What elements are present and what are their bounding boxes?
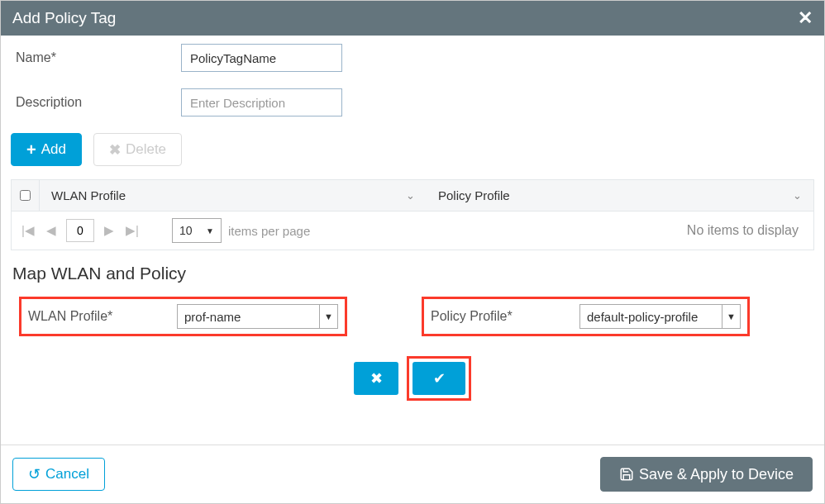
modal-body: Name* Description + Add ✖ Delete [1, 36, 824, 445]
chevron-down-icon: ⌄ [406, 189, 415, 202]
wlan-profile-value: prof-name [178, 310, 319, 324]
select-all-checkbox[interactable] [20, 190, 31, 201]
delete-button[interactable]: ✖ Delete [93, 133, 182, 166]
wlan-profile-select[interactable]: prof-name ▼ [177, 304, 338, 329]
policy-profile-label: Policy Profile* [431, 309, 579, 324]
name-label: Name* [16, 50, 181, 65]
x-icon: ✖ [370, 369, 383, 388]
map-action-buttons: ✖ ✔ [1, 345, 824, 417]
page-number-input[interactable] [66, 219, 94, 242]
map-confirm-highlight: ✔ [407, 356, 471, 401]
delete-button-label: Delete [126, 141, 166, 158]
policy-profile-field: Policy Profile* default-policy-profile ▼ [422, 297, 750, 336]
ipp-value: 10 [179, 224, 193, 237]
col-wlan-profile[interactable]: WLAN Profile ⌄ [40, 180, 427, 211]
action-button-row: + Add ✖ Delete [1, 125, 824, 174]
ipp-select[interactable]: 10 ▼ [172, 218, 222, 243]
map-section-title: Map WLAN and Policy [1, 250, 824, 288]
add-policy-tag-modal: Add Policy Tag ✕ Name* Description + Add… [0, 0, 825, 504]
col-wlan-label: WLAN Profile [51, 188, 126, 202]
modal-header: Add Policy Tag ✕ [1, 1, 824, 36]
items-per-page: 10 ▼ items per page [172, 218, 310, 243]
wlan-profile-label: WLAN Profile* [28, 309, 177, 324]
col-policy-profile[interactable]: Policy Profile ⌄ [427, 180, 813, 211]
modal-title: Add Policy Tag [12, 9, 116, 27]
last-page-icon[interactable]: ▶| [124, 223, 141, 238]
empty-message: No items to display [687, 223, 805, 238]
description-input[interactable] [181, 88, 342, 116]
map-row: WLAN Profile* prof-name ▼ Policy Profile… [1, 288, 824, 345]
undo-icon: ↺ [28, 465, 41, 483]
name-input[interactable] [181, 44, 342, 72]
profile-table: WLAN Profile ⌄ Policy Profile ⌄ |◀ ◀ ▶ ▶… [11, 179, 814, 250]
triangle-down-icon: ▼ [206, 226, 214, 235]
modal-footer: ↺ Cancel Save & Apply to Device [1, 445, 824, 503]
save-apply-button[interactable]: Save & Apply to Device [600, 457, 813, 492]
check-icon: ✔ [433, 369, 446, 388]
description-label: Description [16, 95, 181, 110]
name-row: Name* [1, 36, 824, 80]
add-button-label: Add [41, 141, 66, 158]
policy-profile-select[interactable]: default-policy-profile ▼ [579, 304, 741, 329]
description-row: Description [1, 80, 824, 125]
first-page-icon[interactable]: |◀ [20, 223, 36, 238]
save-icon [619, 467, 634, 482]
cancel-button[interactable]: ↺ Cancel [12, 458, 105, 491]
policy-profile-value: default-policy-profile [580, 310, 722, 324]
wlan-profile-field: WLAN Profile* prof-name ▼ [19, 297, 347, 336]
add-button[interactable]: + Add [11, 133, 82, 166]
save-button-label: Save & Apply to Device [639, 466, 794, 483]
map-confirm-button[interactable]: ✔ [412, 362, 465, 395]
select-all-cell[interactable] [12, 180, 40, 211]
plus-icon: + [26, 140, 36, 159]
chevron-down-icon: ⌄ [793, 189, 802, 202]
cancel-button-label: Cancel [45, 466, 89, 483]
pager-row: |◀ ◀ ▶ ▶| 10 ▼ items per page No items t… [12, 212, 813, 250]
col-policy-label: Policy Profile [438, 188, 510, 202]
prev-page-icon[interactable]: ◀ [43, 223, 60, 238]
next-page-icon[interactable]: ▶ [101, 223, 117, 238]
close-icon[interactable]: ✕ [798, 7, 813, 29]
table-header: WLAN Profile ⌄ Policy Profile ⌄ [12, 180, 813, 212]
x-icon: ✖ [109, 141, 121, 159]
triangle-down-icon: ▼ [319, 305, 337, 328]
triangle-down-icon: ▼ [722, 305, 740, 328]
map-cancel-button[interactable]: ✖ [354, 362, 398, 395]
ipp-label: items per page [228, 224, 310, 238]
